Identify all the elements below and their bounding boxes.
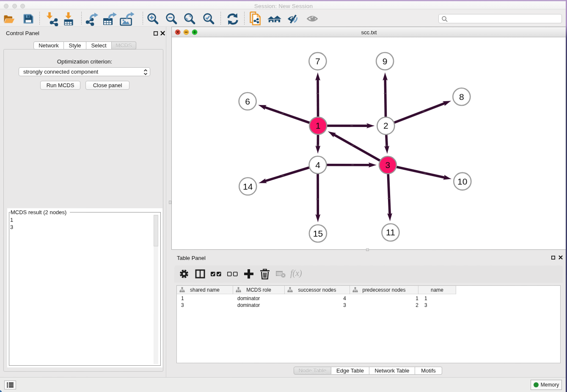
svg-text:15: 15 (313, 229, 323, 238)
svg-text:10: 10 (457, 177, 467, 186)
svg-text:6: 6 (245, 96, 250, 106)
svg-text:4: 4 (315, 160, 320, 170)
svg-text:2: 2 (383, 121, 388, 130)
svg-text:8: 8 (459, 92, 464, 102)
svg-text:11: 11 (386, 227, 395, 237)
svg-text:9: 9 (383, 56, 388, 66)
svg-text:7: 7 (315, 56, 320, 66)
svg-text:3: 3 (385, 160, 391, 170)
svg-text:1: 1 (316, 121, 321, 130)
svg-text:14: 14 (243, 181, 253, 191)
